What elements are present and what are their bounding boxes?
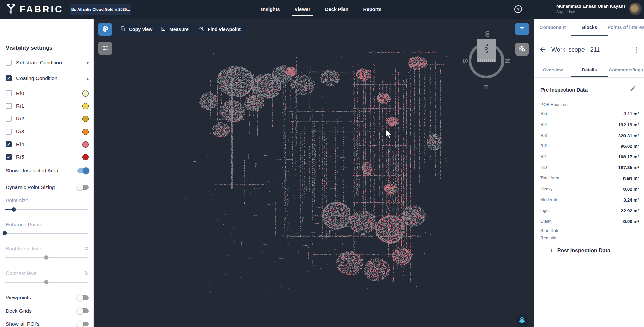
palette-icon: [102, 25, 109, 34]
tab-component[interactable]: Component: [534, 19, 571, 36]
color-mode-button[interactable]: [98, 23, 112, 36]
post-inspection-section-title: Post Inspection Data: [557, 248, 610, 254]
data-row-remarks: Remarks: [540, 234, 639, 241]
subtab-comments-logs[interactable]: Comments/logs: [608, 62, 644, 77]
camera-search-icon: [518, 45, 526, 53]
back-arrow-icon[interactable]: [539, 46, 547, 53]
tune-sliders-icon: [102, 45, 109, 52]
ri1-checkbox[interactable]: ✓: [6, 103, 12, 109]
copy-view-button[interactable]: Copy view: [115, 23, 158, 36]
ri3-label: Ri3: [16, 129, 24, 135]
measure-icon: [161, 26, 166, 33]
coating-collapse-caret-up-icon[interactable]: ▴: [86, 76, 89, 81]
ri2-checkbox[interactable]: ✓: [6, 116, 12, 122]
compass-cube-side-face: [477, 59, 496, 62]
enhance-points-slider[interactable]: [5, 231, 88, 235]
ri2-label: Ri2: [16, 116, 24, 122]
dynamic-point-sizing-row: Dynamic Point Sizing: [6, 183, 89, 192]
ri0-label: Ri0: [16, 90, 24, 96]
filter-button[interactable]: [515, 23, 529, 35]
tab-blocks[interactable]: Blocks: [571, 19, 608, 36]
app-root: FABRIC Bp Atlantis Cloud Gold-ri 2025...…: [0, 0, 644, 327]
data-row-ri1: Ri1168.17 m²: [540, 153, 639, 160]
orientation-compass[interactable]: W S N E TOP: [463, 29, 510, 92]
substrate-condition-checkbox[interactable]: ✓: [6, 60, 12, 66]
project-chip[interactable]: Bp Atlantis Cloud Gold-ri 2025...: [70, 4, 131, 15]
ri0-row: ✓ Ri0: [6, 89, 89, 98]
show-unselected-area-label: Show Unselected Area: [6, 168, 58, 174]
top-bar: FABRIC Bp Atlantis Cloud Gold-ri 2025...…: [0, 0, 644, 19]
dynamic-point-sizing-toggle[interactable]: [77, 185, 89, 190]
block-header: Work_scope - 211 ⋮: [534, 44, 644, 56]
data-row-clean: Clean0.00 m²: [540, 218, 639, 225]
ri4-color-swatch: [82, 141, 89, 148]
compass-cube: TOP: [477, 39, 496, 62]
help-icon[interactable]: ?: [514, 5, 522, 13]
show-all-pois-toggle[interactable]: [77, 322, 89, 326]
point-size-label-row: Point size: [6, 196, 89, 205]
show-all-pois-row: Show all POI's: [6, 320, 89, 327]
point-size-slider[interactable]: [5, 207, 88, 212]
ri4-row: ✓ Ri4: [6, 140, 89, 149]
ri5-row: ✓ Ri5: [6, 153, 89, 161]
pre-inspection-section-title: Pre Inspection Data: [540, 87, 588, 93]
viewpoints-toggle[interactable]: [77, 295, 89, 300]
find-viewpoint-icon: [199, 26, 204, 33]
tune-settings-button[interactable]: [98, 42, 112, 55]
contrast-reset-icon[interactable]: ↻: [84, 270, 89, 276]
copy-view-label: Copy view: [129, 27, 152, 32]
post-inspection-expander[interactable]: › Post Inspection Data: [551, 247, 610, 254]
ri5-label: Ri5: [16, 154, 24, 160]
brightness-reset-icon[interactable]: ↻: [84, 246, 89, 251]
ri2-color-swatch: [82, 116, 89, 122]
kebab-menu-icon[interactable]: ⋮: [633, 46, 640, 54]
ri2-row: ✓ Ri2: [6, 114, 89, 123]
point-cloud-viewer[interactable]: Copy view Measure Find viewpoint: [94, 19, 534, 327]
octopus-icon: [518, 316, 526, 325]
enhance-points-label-row: Enhance Points: [6, 220, 89, 229]
snapshot-search-button[interactable]: [515, 43, 529, 56]
avatar[interactable]: [629, 3, 642, 15]
contrast-level-slider[interactable]: [5, 280, 88, 284]
deck-grids-toggle[interactable]: [77, 308, 89, 313]
substrate-expand-caret-down-icon[interactable]: ▾: [86, 60, 89, 65]
ri1-row: ✓ Ri1: [6, 102, 89, 110]
dynamic-point-sizing-label: Dynamic Point Sizing: [6, 184, 55, 190]
coating-condition-checkbox[interactable]: ✓: [6, 75, 12, 81]
details-panel: Component Blocks Points of interes Work_…: [534, 19, 644, 327]
tab-points-of-interest[interactable]: Points of interes: [608, 19, 644, 36]
fabric-trident-icon: [6, 3, 16, 15]
nav-tab-deck-plan[interactable]: Deck Plan: [324, 0, 349, 19]
nav-tab-viewer[interactable]: Viewer: [294, 0, 311, 19]
nav-tab-reports[interactable]: Reports: [362, 0, 382, 19]
point-size-label: Point size: [6, 197, 28, 204]
data-row-ri5: Ri53.11 m²: [540, 110, 639, 117]
main-nav: Insights Viewer Deck Plan Reports: [260, 0, 382, 19]
nav-tab-insights[interactable]: Insights: [260, 0, 281, 19]
ri4-label: Ri4: [16, 141, 24, 147]
ri4-checkbox[interactable]: ✓: [6, 141, 12, 147]
subtab-details[interactable]: Details: [571, 62, 608, 77]
show-unselected-area-toggle[interactable]: [77, 168, 89, 173]
enhance-points-label: Enhance Points: [6, 222, 42, 228]
panel-tabs: Component Blocks Points of interes: [534, 19, 644, 36]
compass-top-face-label: TOP: [476, 39, 496, 58]
ri1-label: Ri1: [16, 103, 24, 109]
compass-east-label: E: [482, 85, 490, 89]
ri5-color-swatch: [82, 154, 89, 160]
substrate-condition-row: ✓ Substrate Condition ▾: [6, 58, 89, 67]
data-row-moderate: Moderate3.24 m²: [540, 196, 639, 203]
subtab-overview[interactable]: Overview: [534, 62, 571, 77]
ri0-checkbox[interactable]: ✓: [6, 90, 12, 96]
find-viewpoint-button[interactable]: Find viewpoint: [193, 23, 246, 36]
user-menu[interactable]: Muhammad Ehsan Ullah Kayani Abyss User: [556, 3, 625, 14]
ri5-checkbox[interactable]: ✓: [6, 154, 12, 160]
data-row-start-date: Start Date: [540, 227, 639, 234]
brightness-level-slider[interactable]: [5, 255, 88, 260]
abyss-assistant-button[interactable]: [516, 314, 528, 327]
measure-button[interactable]: Measure: [155, 23, 194, 36]
ri3-checkbox[interactable]: ✓: [6, 129, 12, 135]
chevron-right-icon: ›: [551, 246, 553, 255]
viewpoints-label: Viewpoints: [6, 295, 31, 301]
edit-pencil-icon[interactable]: [630, 85, 636, 93]
